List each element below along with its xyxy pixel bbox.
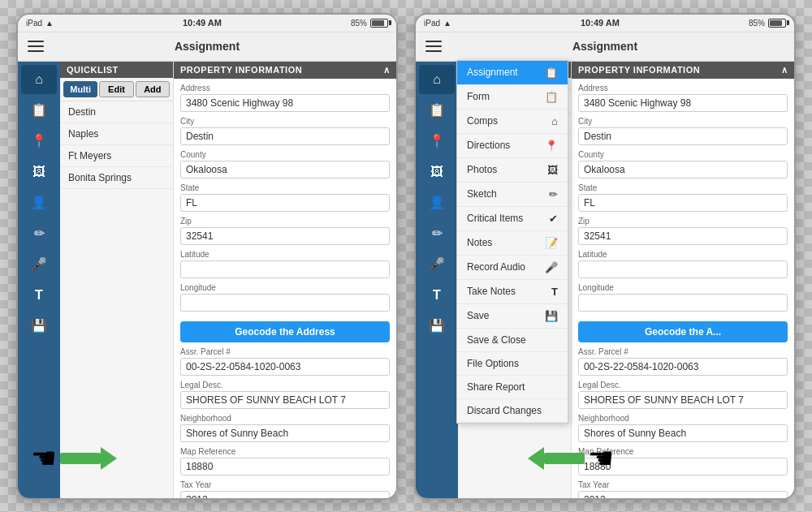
input-neighborhood[interactable] — [180, 424, 390, 442]
sidebar-icon-mic-right[interactable]: 🎤 — [419, 250, 455, 279]
sidebar-icon-map-right[interactable]: 📍 — [419, 127, 455, 156]
dropdown-icon-critical: ✔ — [549, 213, 558, 225]
dropdown-label-directions: Directions — [467, 140, 510, 151]
field-longitude: Longitude — [180, 283, 390, 312]
sidebar-icon-doc-right[interactable]: 📋 — [419, 96, 455, 125]
input-zip-right[interactable] — [578, 227, 788, 245]
dropdown-item-assignment[interactable]: Assignment 📋 — [457, 61, 568, 85]
field-neighborhood-right: Neighborhood — [578, 414, 788, 442]
ql-item-bonita-left[interactable]: Bonita Springs — [60, 167, 173, 189]
input-longitude-right[interactable] — [578, 294, 788, 312]
collapse-icon-right[interactable]: ∧ — [781, 65, 788, 75]
dropdown-item-save[interactable]: Save 💾 — [457, 304, 568, 329]
input-parcel-right[interactable] — [578, 358, 788, 376]
dropdown-item-saveclose[interactable]: Save & Close — [457, 329, 568, 352]
sidebar-icon-mic[interactable]: 🎤 — [21, 250, 57, 279]
field-neighborhood: Neighborhood — [180, 414, 390, 442]
dropdown-label-comps: Comps — [467, 115, 498, 127]
nav-bar-left: Assignment — [18, 32, 396, 62]
sidebar-icon-home-right[interactable]: ⌂ — [419, 65, 455, 94]
hamburger-button-right[interactable] — [422, 35, 445, 58]
input-mapref[interactable] — [180, 458, 390, 475]
input-city-right[interactable] — [578, 127, 788, 145]
dropdown-item-sketch[interactable]: Sketch ✏ — [457, 183, 568, 207]
field-address: Address — [180, 84, 390, 112]
sidebar-icon-save[interactable]: 💾 — [21, 312, 57, 341]
field-county-right: County — [578, 150, 788, 179]
wifi-icon-right: ▲ — [443, 19, 451, 28]
input-taxyear-right[interactable] — [578, 491, 788, 498]
dropdown-item-notes[interactable]: Notes 📝 — [457, 231, 568, 256]
ql-item-ftmeyers-left[interactable]: Ft Meyers — [60, 145, 173, 167]
ql-item-naples-left[interactable]: Naples — [60, 123, 173, 145]
input-taxyear[interactable] — [180, 491, 390, 498]
input-state[interactable] — [180, 194, 390, 212]
field-zip-right: Zip — [578, 217, 788, 245]
input-neighborhood-right[interactable] — [578, 424, 788, 442]
label-taxyear-right: Tax Year — [578, 480, 788, 489]
collapse-icon[interactable]: ∧ — [383, 65, 391, 75]
sidebar-icon-text[interactable]: T — [21, 281, 57, 310]
input-latitude[interactable] — [180, 260, 390, 278]
battery-icon — [370, 19, 388, 28]
dropdown-item-directions[interactable]: Directions 📍 — [457, 134, 568, 158]
input-legal-right[interactable] — [578, 391, 788, 409]
input-latitude-right[interactable] — [578, 260, 788, 278]
sidebar-icon-doc[interactable]: 📋 — [21, 96, 57, 125]
ql-add-btn[interactable]: Add — [136, 81, 170, 97]
dropdown-icon-directions: 📍 — [545, 140, 558, 152]
input-address[interactable] — [180, 94, 390, 112]
sidebar-icon-save-right[interactable]: 💾 — [419, 312, 455, 341]
input-longitude[interactable] — [180, 294, 390, 312]
label-county: County — [180, 150, 390, 159]
sidebar-icon-edit-right[interactable]: ✏ — [419, 219, 455, 248]
dropdown-item-photos[interactable]: Photos 🖼 — [457, 158, 568, 183]
time-display-right: 10:49 AM — [581, 18, 620, 28]
sidebar-icon-person[interactable]: 👤 — [21, 188, 57, 217]
ql-multi-btn[interactable]: Multi — [63, 81, 97, 97]
input-parcel[interactable] — [180, 358, 390, 376]
dropdown-item-takenotes[interactable]: Take Notes T — [457, 280, 568, 304]
input-zip[interactable] — [180, 227, 390, 245]
dropdown-item-critical[interactable]: Critical Items ✔ — [457, 207, 568, 231]
input-county-right[interactable] — [578, 161, 788, 179]
geocode-btn-right[interactable]: Geocode the A... — [578, 321, 788, 342]
dropdown-icon-notes: 📝 — [545, 237, 558, 249]
battery-percent-right: 85% — [749, 19, 765, 28]
dropdown-item-sharereport[interactable]: Share Report — [457, 376, 568, 399]
geocode-btn-left[interactable]: Geocode the Address — [180, 321, 390, 342]
sidebar-icon-home[interactable]: ⌂ — [21, 65, 57, 94]
hamburger-line-2 — [28, 45, 44, 47]
dropdown-icon-form: 📋 — [545, 91, 558, 103]
label-address: Address — [180, 84, 390, 93]
ql-item-destin-left[interactable]: Destin — [60, 101, 173, 123]
left-hand-cursor-area: ☛ — [31, 441, 117, 475]
input-legal[interactable] — [180, 391, 390, 409]
dropdown-label-save: Save — [467, 310, 489, 321]
sidebar-icon-edit[interactable]: ✏ — [21, 219, 57, 248]
label-state: State — [180, 183, 390, 192]
right-ipad: iPad ▲ 10:49 AM 85% Assignment — [414, 13, 796, 500]
dropdown-item-comps[interactable]: Comps ⌂ — [457, 110, 568, 134]
input-state-right[interactable] — [578, 194, 788, 212]
dropdown-label-discard: Discard Changes — [467, 405, 542, 416]
hamburger-button-left[interactable] — [24, 35, 47, 58]
sidebar-icon-text-right[interactable]: T — [419, 281, 455, 310]
input-address-right[interactable] — [578, 94, 788, 112]
dropdown-label-takenotes: Take Notes — [467, 286, 516, 297]
dropdown-item-recordaudio[interactable]: Record Audio 🎤 — [457, 256, 568, 280]
left-arrow-right — [528, 447, 585, 470]
ql-edit-btn[interactable]: Edit — [99, 81, 133, 97]
sidebar-icon-photo-right[interactable]: 🖼 — [419, 157, 455, 187]
field-zip: Zip — [180, 217, 390, 245]
sidebar-icon-person-right[interactable]: 👤 — [419, 188, 455, 217]
status-right: 85% — [351, 19, 388, 28]
input-county[interactable] — [180, 161, 390, 179]
sidebar-icon-map[interactable]: 📍 — [21, 127, 57, 156]
dropdown-item-discard[interactable]: Discard Changes — [457, 399, 568, 423]
dropdown-item-fileopts[interactable]: File Options — [457, 352, 568, 376]
sidebar-icon-photo[interactable]: 🖼 — [21, 157, 57, 187]
input-city[interactable] — [180, 127, 390, 145]
dropdown-label-photos: Photos — [467, 164, 497, 175]
dropdown-item-form[interactable]: Form 📋 — [457, 85, 568, 110]
